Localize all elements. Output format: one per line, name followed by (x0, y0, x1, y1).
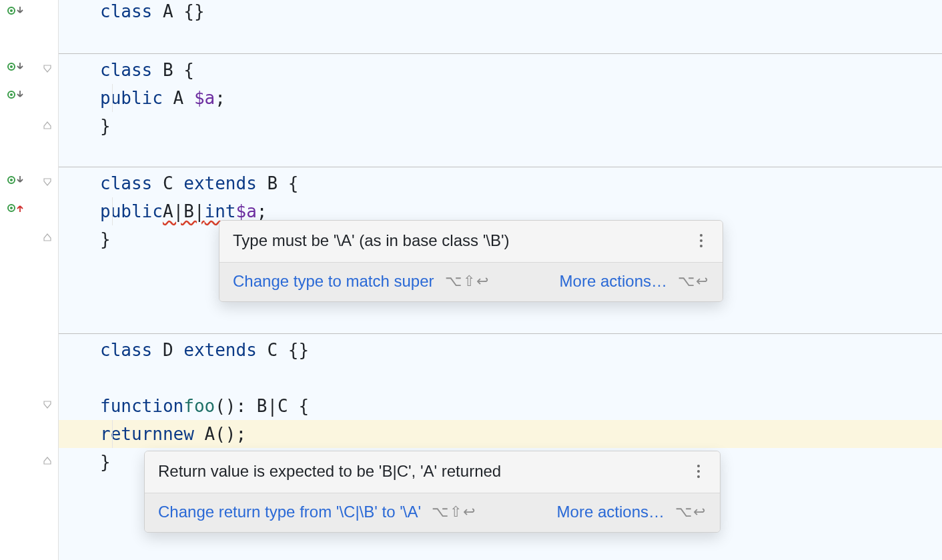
fold-end-icon[interactable] (41, 119, 54, 132)
code-line[interactable]: class B { (59, 56, 942, 84)
inspection-popup: Return value is expected to be 'B|C', 'A… (144, 451, 721, 533)
code-line[interactable]: class A {} (59, 0, 942, 25)
popup-header: Return value is expected to be 'B|C', 'A… (145, 451, 720, 493)
block-separator (59, 333, 942, 334)
inspection-popup: Type must be '\A' (as in base class '\B'… (219, 220, 723, 302)
svg-point-1 (10, 9, 13, 12)
shortcut-hint: ⌥↩ (678, 273, 709, 290)
code-line[interactable]: } (59, 112, 942, 140)
shortcut-hint: ⌥⇧↩ (432, 503, 476, 521)
quick-fix-change-type[interactable]: Change type to match super ⌥⇧↩ (233, 272, 490, 291)
svg-point-9 (10, 207, 13, 209)
error-type-span[interactable]: A|B|int (163, 201, 236, 221)
more-actions-label: More actions… (560, 272, 667, 291)
implementing-icon[interactable] (7, 3, 29, 18)
code-line[interactable]: public A $a; (59, 84, 942, 112)
implementing-icon[interactable] (7, 87, 29, 102)
fold-start-icon[interactable] (41, 62, 54, 75)
more-actions-label: More actions… (557, 503, 664, 521)
fold-start-icon[interactable] (41, 175, 54, 189)
fold-end-icon[interactable] (41, 231, 54, 244)
popup-actions-row: Change return type from '\C|\B' to '\A' … (145, 493, 720, 532)
implementing-icon[interactable] (7, 173, 29, 187)
fold-end-icon[interactable] (41, 454, 54, 467)
code-line[interactable]: function foo(): B|C { (59, 392, 942, 420)
quick-fix-label: Change type to match super (233, 272, 434, 291)
block-separator (59, 167, 942, 167)
quick-fix-label: Change return type from '\C|\B' to '\A' (158, 503, 421, 521)
more-actions[interactable]: More actions… ⌥↩ (557, 503, 706, 521)
more-actions[interactable]: More actions… ⌥↩ (560, 272, 709, 291)
code-line[interactable]: class C extends B { (59, 169, 942, 197)
popup-title: Type must be '\A' (as in base class '\B'… (233, 231, 510, 250)
popup-title: Return value is expected to be 'B|C', 'A… (158, 462, 501, 481)
popup-header: Type must be '\A' (as in base class '\B'… (219, 221, 723, 262)
popup-actions-row: Change type to match super ⌥⇧↩ More acti… (219, 262, 723, 301)
implementing-icon[interactable] (7, 59, 29, 74)
shortcut-hint: ⌥↩ (675, 503, 706, 521)
kebab-icon[interactable] (690, 463, 706, 479)
quick-fix-change-return-type[interactable]: Change return type from '\C|\B' to '\A' … (158, 503, 476, 521)
fold-column (36, 0, 59, 560)
code-line[interactable]: class D extends C {} (59, 336, 942, 364)
svg-point-3 (10, 65, 13, 68)
shortcut-hint: ⌥⇧↩ (445, 273, 490, 290)
fold-start-icon[interactable] (41, 398, 54, 411)
code-line-highlighted[interactable]: return new A(); (59, 420, 942, 448)
svg-point-5 (10, 93, 13, 96)
code-editor[interactable]: class A {} class B { public A $a; } clas… (0, 0, 942, 560)
block-separator (59, 53, 942, 54)
overriding-icon[interactable] (7, 201, 29, 215)
gutter (0, 0, 36, 560)
kebab-icon[interactable] (693, 233, 709, 249)
svg-point-7 (10, 179, 13, 181)
